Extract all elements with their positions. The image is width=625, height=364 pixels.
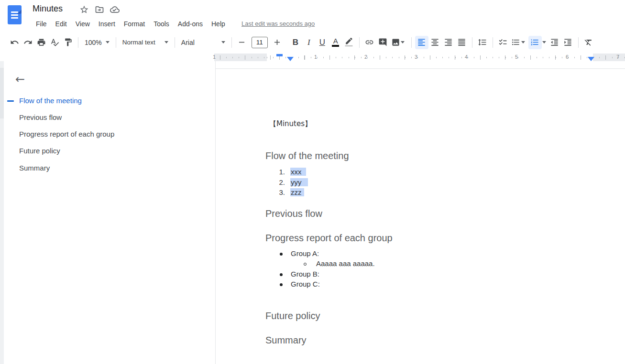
line-spacing-button[interactable] — [476, 36, 489, 49]
bullet-text: Group B: — [291, 270, 319, 278]
ruler-number: 2 — [362, 54, 369, 60]
last-edit-link[interactable]: Last edit was seconds ago — [241, 20, 315, 27]
bullet-icon — [280, 253, 283, 256]
outline-item-progress[interactable]: Progress report of each group — [19, 130, 114, 138]
spell-check-button[interactable] — [48, 36, 61, 49]
menu-insert[interactable]: Insert — [94, 19, 120, 29]
cloud-saved-icon[interactable] — [110, 5, 120, 14]
docs-logo-line — [11, 17, 18, 19]
ruler-number: 7 — [614, 54, 621, 60]
underline-glyph: U — [319, 38, 325, 47]
toolbar-divider — [78, 37, 78, 48]
menu-bar: File Edit View Insert Format Tools Add-o… — [32, 19, 230, 29]
bullet-list-item[interactable]: Group B: — [291, 270, 319, 278]
toolbar-divider — [116, 37, 116, 48]
add-comment-button[interactable] — [376, 36, 390, 49]
list-number: 2. — [274, 178, 285, 186]
close-outline-button[interactable]: ← — [15, 74, 25, 85]
menu-tools[interactable]: Tools — [149, 19, 174, 29]
chevron-down-icon — [106, 41, 110, 43]
chevron-down-icon — [221, 41, 225, 43]
list-number: 3. — [274, 188, 285, 196]
bold-button[interactable]: B — [289, 36, 302, 49]
numbered-list-item[interactable]: 2. yyy — [216, 177, 407, 188]
menu-view[interactable]: View — [71, 19, 94, 29]
bulleted-list-button[interactable] — [510, 36, 528, 49]
menu-format[interactable]: Format — [120, 19, 149, 29]
star-icon[interactable] — [79, 5, 89, 14]
align-center-button[interactable] — [428, 36, 442, 49]
toolbar-divider — [472, 37, 472, 48]
numbered-list-button[interactable] — [528, 36, 542, 49]
font-family-value: Arial — [179, 39, 197, 46]
doc-heading-future[interactable]: Future policy — [265, 310, 320, 321]
checklist-button[interactable] — [496, 36, 510, 49]
bullet-text: Group A: — [291, 249, 319, 257]
text-color-swatch — [332, 45, 339, 47]
insert-image-button[interactable] — [390, 36, 408, 49]
chevron-down-icon[interactable] — [542, 41, 546, 43]
align-left-button[interactable] — [415, 36, 428, 49]
google-docs-app: Minutes File Edit View Insert Format Too… — [0, 0, 625, 364]
outline-item-label: Future policy — [19, 147, 60, 155]
clear-formatting-button[interactable] — [582, 36, 595, 49]
font-size-input[interactable]: 11 — [252, 37, 268, 48]
redo-button[interactable] — [21, 36, 34, 49]
chevron-down-icon — [401, 41, 405, 43]
sub-bullet-list-item[interactable]: Aaaaa aaa aaaaa. — [316, 259, 375, 268]
chevron-down-icon — [521, 41, 525, 43]
menu-edit[interactable]: Edit — [51, 19, 71, 29]
docs-logo-icon[interactable] — [8, 5, 22, 24]
first-line-indent-marker[interactable] — [276, 54, 283, 56]
outline-item-summary[interactable]: Summary — [19, 164, 50, 172]
italic-glyph: I — [307, 38, 310, 47]
numbered-list-item[interactable]: 3. zzz — [216, 187, 407, 198]
doc-heading-progress[interactable]: Progress report of each group — [265, 233, 393, 244]
italic-button[interactable]: I — [302, 36, 316, 49]
menu-help[interactable]: Help — [207, 19, 230, 29]
move-folder-icon[interactable] — [95, 5, 104, 14]
doc-heading-previous[interactable]: Previous flow — [265, 208, 322, 219]
outline-item-future[interactable]: Future policy — [19, 147, 60, 155]
toolbar-divider — [175, 37, 175, 48]
zoom-select[interactable]: 100% — [82, 38, 112, 47]
doc-heading-summary[interactable]: Summary — [265, 335, 307, 346]
doc-heading-flow[interactable]: Flow of the meeting — [265, 150, 349, 161]
vertical-ruler — [0, 61, 4, 364]
justify-button[interactable] — [455, 36, 469, 49]
right-indent-marker[interactable] — [588, 57, 594, 61]
underline-button[interactable]: U — [316, 36, 329, 49]
print-button[interactable] — [34, 36, 48, 49]
outline-item-previous[interactable]: Previous flow — [19, 113, 62, 121]
align-right-button[interactable] — [442, 36, 455, 49]
sub-bullet-text: Aaaaa aaa aaaaa. — [316, 259, 375, 268]
left-indent-marker[interactable] — [287, 57, 294, 61]
decrease-indent-button[interactable] — [548, 36, 561, 49]
decrease-font-size-button[interactable] — [235, 36, 249, 49]
menu-file[interactable]: File — [32, 19, 51, 29]
insert-link-button[interactable] — [363, 36, 376, 49]
font-family-select[interactable]: Arial — [178, 38, 228, 47]
menu-addons[interactable]: Add-ons — [174, 19, 207, 29]
increase-font-size-button[interactable] — [271, 36, 284, 49]
paragraph-style-select[interactable]: Normal text — [120, 38, 171, 47]
paragraph-style-value: Normal text — [121, 39, 157, 46]
document-title[interactable]: Minutes — [33, 4, 63, 14]
document-page[interactable]: 【Minutes】 Flow of the meeting 1. xxx 2. … — [216, 61, 625, 364]
numbered-list-item[interactable]: 1. xxx — [216, 167, 407, 177]
outline-item-label: Progress report of each group — [19, 130, 114, 138]
highlight-color-button[interactable] — [342, 36, 356, 49]
ruler-number: 3 — [413, 54, 419, 60]
increase-indent-button[interactable] — [561, 36, 575, 49]
doc-tag-line[interactable]: 【Minutes】 — [269, 119, 312, 128]
text-color-button[interactable]: A — [329, 36, 342, 49]
outline-item-label: Summary — [19, 164, 50, 172]
bullet-text: Group C: — [291, 280, 320, 288]
bold-glyph: B — [293, 38, 298, 47]
outline-item-flow[interactable]: Flow of the meeting — [19, 96, 82, 105]
bullet-list-item[interactable]: Group C: — [291, 280, 320, 288]
list-text-selected: zzz — [290, 188, 304, 196]
paint-format-button[interactable] — [61, 36, 75, 49]
bullet-list-item[interactable]: Group A: — [291, 249, 319, 257]
undo-button[interactable] — [8, 36, 21, 49]
